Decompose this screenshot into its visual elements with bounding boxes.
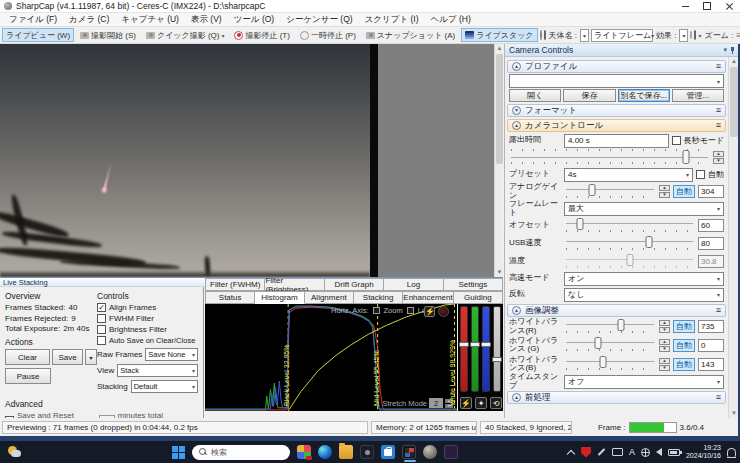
tab-stacking[interactable]: Stacking [354, 291, 403, 304]
wb-r-value[interactable]: 735 [698, 320, 724, 333]
wb-g-slider[interactable] [564, 337, 656, 353]
fwhm-filter-checkbox[interactable] [97, 314, 106, 323]
exposure-slider[interactable] [509, 149, 710, 166]
section-menu-icon[interactable]: ≡ [716, 121, 721, 130]
menu-sequencer[interactable]: シーケンサー (Q) [281, 14, 357, 26]
tab-filter-fwhm[interactable]: Filter (FWHM) [205, 278, 265, 291]
wb-b-spinner[interactable]: ▲▼ [659, 358, 670, 371]
slider-handle[interactable] [618, 319, 625, 331]
blue-level-bar[interactable] [482, 306, 490, 392]
apply-stretch-icon[interactable]: ✦ [475, 397, 487, 409]
flat-frame-icon[interactable] [690, 31, 692, 39]
clear-button[interactable]: Clear [5, 349, 50, 365]
scroll-down-icon[interactable]: ▼ [729, 409, 738, 418]
wb-r-slider[interactable] [564, 319, 656, 335]
view-combo[interactable]: Stack▾ [117, 364, 198, 377]
autosave-checkbox[interactable] [97, 336, 106, 345]
slider-handle[interactable] [588, 184, 595, 196]
snapshot-button[interactable]: スナップショット (A) [362, 28, 459, 42]
wb-b-auto-button[interactable]: 自動 [673, 358, 695, 371]
slider-handle[interactable] [595, 337, 602, 349]
long-exposure-checkbox[interactable] [672, 136, 681, 145]
taskbar-app-purple[interactable] [444, 445, 458, 459]
green-level-handle[interactable] [470, 342, 480, 347]
dark-frame-icon[interactable] [694, 30, 696, 40]
timestamp-combo[interactable]: オフ▾ [564, 375, 724, 389]
flip-combo[interactable]: なし▾ [564, 288, 724, 302]
histogram-source-icon[interactable] [438, 306, 449, 317]
preview-scrollbar[interactable]: ▲ ▼ [494, 44, 503, 277]
save-button[interactable]: Save [52, 349, 83, 365]
taskbar-app-colorful[interactable] [297, 445, 311, 459]
scroll-up-icon[interactable]: ▲ [729, 57, 738, 66]
planetarium-app-icon[interactable] [423, 445, 437, 459]
gain-value[interactable]: 304 [698, 185, 724, 198]
pause-stack-button[interactable]: Pause [5, 368, 51, 384]
close-button[interactable] [718, 0, 740, 13]
gain-spinner[interactable]: ▲▼ [659, 185, 670, 198]
taskbar-clock[interactable]: 19:23 2024/10/16 [686, 444, 721, 460]
speaker-icon[interactable] [656, 448, 662, 456]
gain-slider[interactable] [564, 184, 656, 200]
section-menu-icon[interactable]: ≡ [716, 106, 721, 115]
pin-icon[interactable] [731, 47, 734, 54]
align-frames-checkbox[interactable]: ✓ [97, 303, 106, 312]
pen-icon[interactable] [598, 448, 606, 456]
exposure-input[interactable]: 4.00 s [564, 134, 669, 148]
auto-stretch-icon[interactable]: ⚡ [424, 306, 435, 317]
tab-filter-brightness[interactable]: Filter (Brightness) [265, 278, 324, 291]
scroll-down-icon[interactable]: ▼ [495, 268, 503, 277]
slider-handle[interactable] [599, 356, 606, 368]
menu-help[interactable]: ヘルプ (H) [426, 14, 476, 26]
camera-preview-image[interactable] [0, 44, 370, 277]
reset-stretch-icon[interactable]: ⟲ [490, 397, 502, 409]
expand-icon[interactable]: ▾ [512, 106, 521, 115]
minimize-button[interactable] [674, 0, 696, 13]
battery-icon[interactable] [668, 449, 680, 456]
slider-handle[interactable] [576, 218, 583, 230]
tab-guiding[interactable]: Guiding [454, 291, 503, 304]
collapse-icon[interactable]: ▴ [512, 306, 521, 315]
toolbar-overflow[interactable]: ≡ [736, 31, 740, 40]
capture-stop-button[interactable]: 撮影停止 (T) [230, 28, 293, 42]
save-dropdown-button[interactable]: ▾ [85, 349, 97, 365]
collapse-icon[interactable]: ▴ [512, 62, 521, 71]
live-stack-button[interactable]: ライブスタック [461, 28, 537, 42]
tab-histogram[interactable]: Histogram [255, 291, 304, 304]
file-explorer-icon[interactable] [339, 445, 353, 459]
taskbar-search[interactable]: 検索 [192, 445, 290, 460]
collapse-icon[interactable]: ▴ [512, 393, 521, 402]
framerate-combo[interactable]: 最大▾ [564, 202, 724, 216]
profile-manage-button[interactable]: 管理... [672, 89, 724, 102]
frame-type-combo[interactable]: ライトフレーム▾ [591, 29, 653, 42]
effects-combo[interactable]: ▾ [679, 29, 688, 42]
wb-b-slider[interactable] [564, 356, 656, 372]
auto-stretch-icon[interactable]: ⚡ [460, 397, 472, 409]
keyboard-icon[interactable] [612, 448, 623, 456]
fast-mode-combo[interactable]: オン▾ [564, 272, 724, 286]
weather-icon[interactable] [8, 445, 22, 459]
capture-start-button[interactable]: 撮影開始 (S) [76, 28, 140, 42]
section-image-adjust[interactable]: ▴ 画像調整 ≡ [507, 304, 726, 317]
blue-level-handle[interactable] [481, 342, 491, 347]
section-menu-icon[interactable]: ≡ [716, 306, 721, 315]
chevron-down-icon[interactable]: ▾ [698, 32, 701, 39]
usb-speed-value[interactable]: 80 [698, 237, 724, 250]
section-camera-controls[interactable]: ▴ カメラコントロール ≡ [507, 119, 726, 132]
tab-log[interactable]: Log [384, 278, 443, 291]
menu-capture[interactable]: キャプチャ (U) [116, 14, 184, 26]
red-level-handle[interactable] [459, 342, 469, 347]
profile-combo[interactable]: ▾ [509, 74, 724, 88]
slider-handle[interactable] [682, 150, 689, 164]
slider-handle[interactable] [646, 236, 653, 248]
tab-alignment[interactable]: Alignment [305, 291, 354, 304]
tray-expand-icon[interactable] [568, 449, 575, 456]
wb-g-auto-button[interactable]: 自動 [673, 339, 695, 352]
wb-r-auto-button[interactable]: 自動 [673, 320, 695, 333]
profile-save-button[interactable]: 保存 [563, 89, 615, 102]
maximize-button[interactable] [696, 0, 718, 13]
pause-button[interactable]: 一時停止 (P) [296, 28, 360, 42]
panel-scrollbar[interactable]: ▲ ▼ [728, 57, 738, 418]
red-level-bar[interactable] [460, 306, 468, 392]
wb-g-spinner[interactable]: ▲▼ [659, 339, 670, 352]
